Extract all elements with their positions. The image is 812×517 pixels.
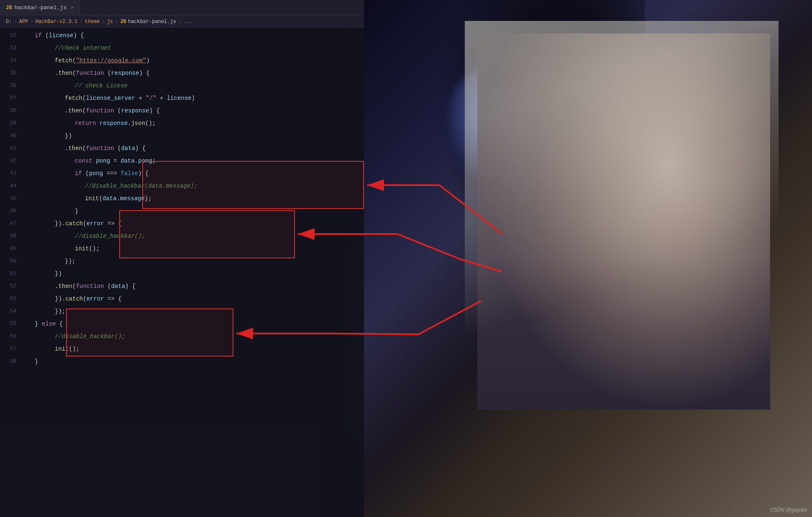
token-punct: ) { [139, 70, 150, 76]
token-kw: return [75, 120, 96, 127]
token-kw: function [86, 145, 114, 152]
token-plain [96, 120, 99, 127]
line-number-43: 43 [0, 167, 23, 180]
tab-bar: JS hackbar-panel.js × [0, 0, 364, 16]
line-number-39: 39 [0, 117, 23, 130]
token-punct: { [56, 321, 63, 327]
line-number-50: 50 [0, 255, 23, 267]
line-number-33: 33 [0, 42, 23, 54]
line-content-39: return response.json(); [23, 117, 364, 130]
token-plain: === [103, 170, 120, 177]
line-content-45: init(data.message}; [23, 192, 364, 205]
line-content-51: }) [23, 267, 364, 280]
token-method: .then [65, 107, 82, 114]
token-kw: function [76, 283, 104, 290]
token-punct: ( [83, 220, 86, 227]
line-content-41: .then(function (data) { [23, 142, 364, 155]
token-punct: }). [55, 295, 65, 302]
line-number-47: 47 [0, 217, 23, 230]
line-number-34: 34 [0, 54, 23, 67]
token-punct: ; [152, 158, 156, 164]
token-param: pong [96, 158, 110, 164]
line-number-45: 45 [0, 192, 23, 205]
line-content-52: .then(function (data) { [23, 280, 364, 293]
token-punct: ( [104, 283, 111, 290]
token-plain: => { [104, 220, 122, 227]
line-content-46: } [23, 205, 364, 217]
token-punct: }) [65, 132, 72, 139]
line-number-36: 36 [0, 79, 23, 92]
tab-filename: hackbar-panel.js [14, 5, 67, 11]
tab-close-button[interactable]: × [71, 5, 74, 10]
token-punct: (); [145, 120, 156, 127]
breadcrumb-ellipsis: ... [183, 19, 192, 25]
token-param: error [87, 295, 104, 302]
line-number-55: 55 [0, 318, 23, 330]
line-number-44: 44 [0, 180, 23, 192]
token-prop: message [120, 195, 145, 202]
line-content-33: //check internet [23, 42, 364, 54]
token-param: data [121, 145, 135, 152]
token-param: error [87, 220, 104, 227]
code-line-32: 32if (license) { [0, 29, 364, 42]
character-hair [465, 21, 779, 439]
code-line-50: 50}); [0, 255, 364, 267]
token-fn: fetch [55, 57, 72, 64]
line-number-48: 48 [0, 230, 23, 242]
token-comment: //disable_hackbar(); [55, 333, 125, 340]
line-content-47: }).catch(error => { [23, 217, 364, 230]
line-number-51: 51 [0, 267, 23, 280]
token-method: catch [65, 220, 83, 227]
token-param: license_server [86, 95, 135, 102]
code-line-39: 39return response.json(); [0, 117, 364, 130]
token-fn: init [55, 346, 69, 352]
token-plain: + [156, 95, 166, 102]
code-line-38: 38.then(function (response) { [0, 104, 364, 117]
line-content-44: //disable_hackbar(data.message); [23, 180, 364, 192]
token-punct: (); [89, 245, 100, 252]
code-line-55: 55} else { [0, 318, 364, 330]
token-plain: = [110, 158, 120, 164]
line-content-32: if (license) { [23, 29, 364, 42]
token-param: response [121, 107, 149, 114]
line-content-43: if (pong === false) { [23, 167, 364, 180]
js-icon: JS [6, 5, 12, 11]
code-line-42: 42const pong = data.pong; [0, 155, 364, 167]
line-content-40: }) [23, 130, 364, 142]
line-content-55: } else { [23, 318, 364, 330]
line-number-40: 40 [0, 130, 23, 142]
token-punct: }; [145, 195, 152, 202]
token-kw: const [75, 158, 92, 164]
breadcrumb-filename: hackbar-panel.js [128, 19, 176, 25]
line-content-37: fetch(license_server + "/" + license) [23, 92, 364, 104]
code-line-40: 40}) [0, 130, 364, 142]
token-punct: . [135, 158, 138, 164]
code-line-44: 44//disable_hackbar(data.message); [0, 180, 364, 192]
line-content-35: .then(function (response) { [23, 67, 364, 79]
breadcrumb-js: js [107, 19, 113, 25]
token-method: .then [65, 145, 82, 152]
token-punct: ( [104, 70, 111, 76]
token-kw: if [75, 170, 82, 177]
token-prop: pong [138, 158, 152, 164]
token-kw: function [76, 70, 104, 76]
breadcrumb: D: › APP › HackBar-v2.3.1 › theme › js ›… [0, 16, 364, 28]
token-punct: ( [114, 107, 121, 114]
line-content-42: const pong = data.pong; [23, 155, 364, 167]
code-line-57: 57init(); [0, 343, 364, 355]
tab-hackbar-panel[interactable]: JS hackbar-panel.js × [0, 0, 80, 16]
token-punct: } [35, 358, 38, 365]
token-str: "/" [146, 95, 156, 102]
code-line-53: 53}).catch(error => { [0, 293, 364, 305]
code-line-33: 33//check internet [0, 42, 364, 54]
breadcrumb-hackbar: HackBar-v2.3.1 [35, 19, 77, 25]
token-punct: ) [146, 57, 149, 64]
code-line-58: 58} [0, 355, 364, 368]
line-content-54: }); [23, 305, 364, 318]
line-content-38: .then(function (response) { [23, 104, 364, 117]
token-param: data [111, 283, 125, 290]
token-punct: }); [65, 258, 75, 265]
token-punct: ) { [73, 32, 84, 39]
token-param: response [111, 70, 139, 76]
token-punct: ) { [125, 283, 136, 290]
